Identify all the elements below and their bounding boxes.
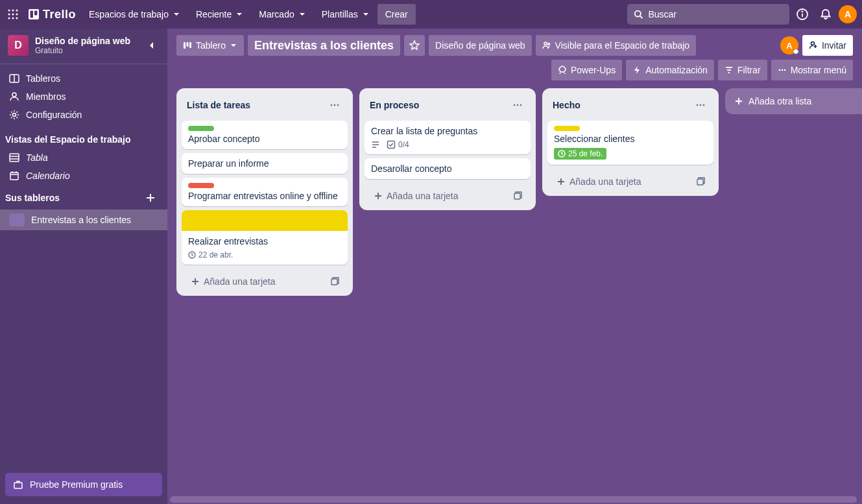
nav-workspaces[interactable]: Espacios de trabajo — [81, 4, 188, 25]
svg-rect-53 — [514, 193, 520, 199]
svg-rect-45 — [331, 279, 337, 285]
add-card-button[interactable]: Añada una tarjeta — [368, 187, 509, 205]
filter-icon — [724, 66, 734, 75]
info-button[interactable] — [792, 4, 813, 25]
table-icon — [9, 152, 19, 163]
list-title[interactable]: Lista de tareas — [187, 100, 250, 110]
trello-logo[interactable]: Trello — [23, 4, 81, 25]
template-button[interactable] — [509, 188, 527, 204]
svg-point-0 — [8, 10, 10, 12]
card[interactable]: Crear la lista de preguntas 0/4 — [365, 121, 531, 154]
board-icon — [9, 73, 19, 84]
sidebar-item-calendar[interactable]: Calendario — [0, 167, 167, 185]
search-box[interactable] — [627, 4, 789, 25]
powerups-button[interactable]: Power-Ups — [551, 60, 622, 80]
svg-point-42 — [334, 104, 336, 106]
nav-recent[interactable]: Reciente — [188, 4, 251, 25]
header-left: Trello Espacios de trabajo Reciente Marc… — [3, 4, 416, 25]
card[interactable]: Preparar un informe — [182, 153, 348, 174]
svg-point-55 — [700, 104, 702, 106]
list-title[interactable]: En proceso — [370, 100, 419, 110]
chevron-down-icon — [235, 10, 243, 18]
filter-button[interactable]: Filtrar — [718, 60, 767, 80]
card-label-red — [188, 183, 214, 188]
show-menu-button[interactable]: Mostrar menú — [771, 60, 853, 80]
template-button[interactable] — [691, 174, 710, 189]
svg-point-47 — [517, 104, 519, 106]
board-title[interactable]: Entrevistas a los clientes — [248, 35, 400, 56]
chevron-down-icon — [173, 10, 180, 18]
sidebar-collapse[interactable] — [144, 38, 160, 53]
dots-icon — [695, 100, 706, 110]
views-heading: Vistas del Espacio de trabajo — [0, 129, 167, 149]
board-member-avatar[interactable]: A — [780, 36, 798, 54]
svg-point-56 — [703, 104, 705, 106]
add-list-button[interactable]: Añada otra lista — [725, 88, 862, 114]
premium-cta[interactable]: Pruebe Premium gratis — [5, 473, 162, 496]
user-avatar[interactable]: A — [839, 5, 857, 23]
list-menu-button[interactable] — [509, 96, 527, 114]
svg-rect-10 — [30, 11, 34, 18]
logo-text: Trello — [43, 8, 76, 21]
sidebar-item-boards[interactable]: Tableros — [0, 69, 167, 88]
chevron-down-icon — [298, 10, 306, 18]
template-icon — [695, 176, 706, 187]
search-icon — [634, 9, 643, 19]
calendar-icon — [9, 171, 19, 181]
create-button[interactable]: Crear — [377, 4, 416, 25]
view-switcher[interactable]: Tablero — [176, 35, 244, 56]
svg-point-54 — [697, 104, 699, 106]
card[interactable]: Programar entrevistas online y offline — [182, 178, 348, 206]
add-card-button[interactable]: Añada una tarjeta — [551, 173, 691, 191]
horizontal-scrollbar[interactable] — [170, 496, 857, 503]
notifications-button[interactable] — [815, 4, 836, 25]
sidebar-board-item[interactable]: Entrevistas a los clientes — [0, 210, 167, 230]
svg-point-1 — [12, 10, 14, 12]
search-input[interactable] — [648, 9, 783, 19]
sidebar-item-settings[interactable]: Configuración — [0, 106, 167, 124]
clock-icon — [558, 150, 566, 158]
card[interactable]: Desarollar concepto — [365, 158, 531, 179]
svg-rect-28 — [14, 483, 22, 488]
add-card-button[interactable]: Añada una tarjeta — [186, 272, 326, 291]
svg-rect-58 — [697, 179, 703, 185]
svg-point-43 — [337, 104, 339, 106]
workspace-link[interactable]: Diseño de página web — [429, 35, 532, 56]
board: Tablero Entrevistas a los clientes Diseñ… — [167, 29, 862, 504]
add-card-row: Añada una tarjeta — [547, 169, 713, 191]
svg-rect-21 — [10, 154, 19, 162]
card[interactable]: Realizar entrevistas 22 de abr. — [182, 210, 348, 265]
invite-button[interactable]: Invitar — [802, 35, 853, 56]
sidebar-item-members[interactable]: Miembros — [0, 88, 167, 106]
svg-point-20 — [13, 114, 16, 117]
automation-button[interactable]: Automatización — [626, 60, 714, 80]
card[interactable]: Seleccionar clientes 25 de feb. — [547, 121, 713, 165]
plus-icon — [374, 191, 383, 200]
svg-rect-11 — [34, 11, 38, 16]
list-title[interactable]: Hecho — [553, 100, 581, 110]
nav-templates[interactable]: Plantillas — [314, 4, 377, 25]
list-menu-button[interactable] — [691, 96, 710, 114]
apps-switcher[interactable] — [3, 4, 23, 25]
star-icon — [409, 40, 420, 51]
chevron-down-icon — [362, 10, 370, 18]
rocket-icon — [558, 66, 567, 75]
board-color-swatch — [9, 213, 25, 226]
svg-rect-30 — [187, 42, 189, 47]
nav-starred[interactable]: Marcado — [251, 4, 313, 25]
template-button[interactable] — [326, 274, 344, 289]
svg-point-5 — [16, 14, 18, 16]
sidebar-item-table[interactable]: Tabla — [0, 149, 167, 167]
list: Lista de tareas Aprobar concepto Prepara… — [176, 88, 353, 296]
card[interactable]: Aprobar concepto — [182, 121, 348, 149]
visibility-button[interactable]: Visible para el Espacio de trabajo — [536, 35, 697, 56]
svg-point-6 — [8, 18, 10, 19]
svg-line-13 — [640, 16, 643, 19]
card-badges: 0/4 — [371, 140, 524, 149]
list-header: Hecho — [547, 95, 713, 117]
dots-icon — [512, 100, 523, 110]
description-icon — [371, 140, 380, 149]
list-menu-button[interactable] — [326, 96, 344, 114]
add-board-button[interactable] — [143, 190, 158, 206]
star-button[interactable] — [404, 35, 425, 56]
